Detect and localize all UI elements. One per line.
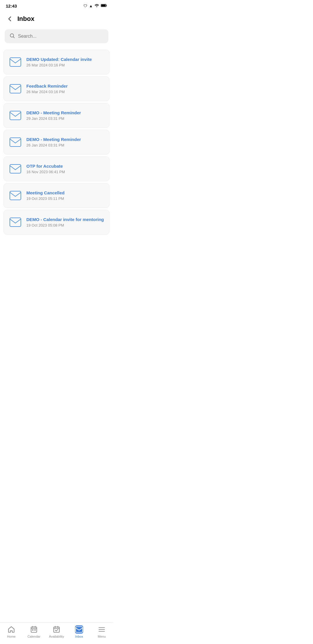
email-item-1[interactable]: DEMO Updated: Calendar invite 26 Mar 202… bbox=[3, 50, 110, 75]
availability-icon bbox=[52, 625, 61, 634]
svg-rect-2 bbox=[101, 5, 106, 7]
email-subject-3: DEMO - Meeting Reminder bbox=[26, 110, 105, 115]
email-date-6: 19 Oct 2023 05:11 PM bbox=[26, 196, 105, 201]
home-icon bbox=[7, 625, 15, 634]
header: Inbox bbox=[0, 11, 113, 28]
email-icon-5 bbox=[8, 162, 22, 176]
email-date-4: 26 Jan 2024 03:31 PM bbox=[26, 143, 105, 147]
email-content-4: DEMO - Meeting Reminder 26 Jan 2024 03:3… bbox=[26, 137, 105, 147]
email-subject-4: DEMO - Meeting Reminder bbox=[26, 137, 105, 142]
svg-rect-6 bbox=[10, 111, 21, 120]
email-item-4[interactable]: DEMO - Meeting Reminder 26 Jan 2024 03:3… bbox=[3, 130, 110, 155]
email-date-1: 26 Mar 2024 03:16 PM bbox=[26, 63, 105, 67]
email-item-5[interactable]: OTP for Accubate 16 Nov 2023 06:41 PM bbox=[3, 156, 110, 181]
nav-item-home[interactable]: Home bbox=[0, 625, 23, 638]
svg-rect-10 bbox=[10, 218, 21, 227]
email-content-1: DEMO Updated: Calendar invite 26 Mar 202… bbox=[26, 57, 105, 67]
shield-icon: 🛡 bbox=[83, 4, 87, 8]
email-content-7: DEMO - Calendar invite for mentoring 19 … bbox=[26, 217, 105, 227]
battery-icon bbox=[101, 4, 107, 8]
nav-label-home: Home bbox=[7, 635, 15, 638]
svg-rect-14 bbox=[54, 627, 59, 632]
back-button[interactable] bbox=[5, 14, 15, 24]
svg-rect-5 bbox=[10, 84, 21, 93]
nav-label-menu: Menu bbox=[98, 635, 106, 638]
email-subject-5: OTP for Accubate bbox=[26, 164, 105, 169]
svg-rect-12 bbox=[32, 629, 33, 630]
calendar-icon bbox=[30, 625, 38, 634]
wifi-icon bbox=[94, 4, 99, 8]
svg-rect-8 bbox=[10, 164, 21, 173]
email-icon-3 bbox=[8, 108, 22, 122]
email-icon-1 bbox=[8, 55, 22, 69]
email-item-7[interactable]: DEMO - Calendar invite for mentoring 19 … bbox=[3, 210, 110, 235]
email-date-3: 29 Jan 2024 03:31 PM bbox=[26, 116, 105, 121]
menu-icon bbox=[98, 625, 106, 634]
email-icon-6 bbox=[8, 189, 22, 202]
nav-label-inbox: Inbox bbox=[75, 635, 83, 638]
email-content-3: DEMO - Meeting Reminder 29 Jan 2024 03:3… bbox=[26, 110, 105, 121]
svg-rect-7 bbox=[10, 138, 21, 146]
email-subject-6: Meeting Cancelled bbox=[26, 190, 105, 195]
nav-item-menu[interactable]: Menu bbox=[90, 625, 113, 638]
status-bar: 12:43 🛡 ▲ bbox=[0, 0, 113, 11]
nav-label-availability: Availability bbox=[49, 635, 64, 638]
nav-item-availability[interactable]: Availability bbox=[45, 625, 68, 638]
svg-rect-9 bbox=[10, 191, 21, 200]
search-input[interactable] bbox=[18, 34, 104, 39]
search-bar[interactable] bbox=[5, 29, 108, 43]
email-date-5: 16 Nov 2023 06:41 PM bbox=[26, 170, 105, 174]
svg-rect-15 bbox=[76, 627, 83, 632]
search-icon bbox=[9, 33, 15, 40]
nav-item-calendar[interactable]: Calendar bbox=[23, 625, 45, 638]
email-item-3[interactable]: DEMO - Meeting Reminder 29 Jan 2024 03:3… bbox=[3, 103, 110, 128]
email-item-2[interactable]: Feedback Reminder 26 Mar 2024 03:16 PM bbox=[3, 76, 110, 101]
email-icon-2 bbox=[8, 82, 22, 96]
email-subject-7: DEMO - Calendar invite for mentoring bbox=[26, 217, 105, 222]
inbox-icon bbox=[75, 625, 83, 634]
svg-rect-13 bbox=[34, 629, 35, 630]
email-subject-2: Feedback Reminder bbox=[26, 84, 105, 88]
bottom-nav: Home Calendar Availability bbox=[0, 622, 113, 644]
status-icons: 🛡 ▲ bbox=[83, 4, 107, 8]
email-list: DEMO Updated: Calendar invite 26 Mar 202… bbox=[0, 46, 113, 239]
svg-rect-4 bbox=[10, 58, 21, 66]
svg-rect-11 bbox=[31, 627, 37, 632]
nav-item-inbox[interactable]: Inbox bbox=[68, 625, 90, 638]
email-date-7: 19 Oct 2023 05:08 PM bbox=[26, 223, 105, 227]
nav-label-calendar: Calendar bbox=[28, 635, 41, 638]
email-content-6: Meeting Cancelled 19 Oct 2023 05:11 PM bbox=[26, 190, 105, 201]
svg-point-0 bbox=[97, 6, 97, 7]
status-time: 12:43 bbox=[6, 3, 17, 8]
email-item-6[interactable]: Meeting Cancelled 19 Oct 2023 05:11 PM bbox=[3, 183, 110, 208]
email-subject-1: DEMO Updated: Calendar invite bbox=[26, 57, 105, 62]
email-icon-4 bbox=[8, 135, 22, 149]
email-content-5: OTP for Accubate 16 Nov 2023 06:41 PM bbox=[26, 164, 105, 174]
email-icon-7 bbox=[8, 215, 22, 229]
page-title: Inbox bbox=[17, 15, 34, 23]
email-content-2: Feedback Reminder 26 Mar 2024 03:16 PM bbox=[26, 84, 105, 94]
signal-icon: ▲ bbox=[89, 4, 93, 8]
email-date-2: 26 Mar 2024 03:16 PM bbox=[26, 90, 105, 94]
